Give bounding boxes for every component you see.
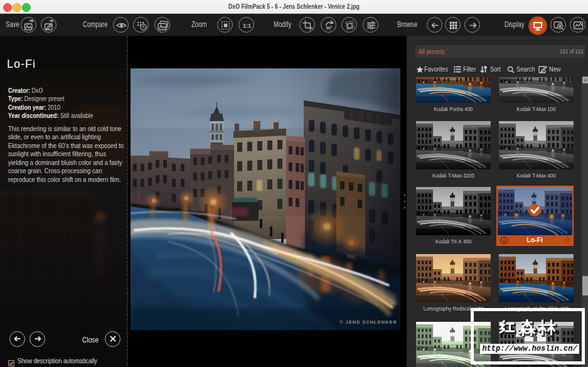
svg-text:i: i: [503, 238, 505, 243]
svg-text:90°: 90°: [326, 25, 332, 29]
svg-text:1:1: 1:1: [242, 23, 250, 29]
